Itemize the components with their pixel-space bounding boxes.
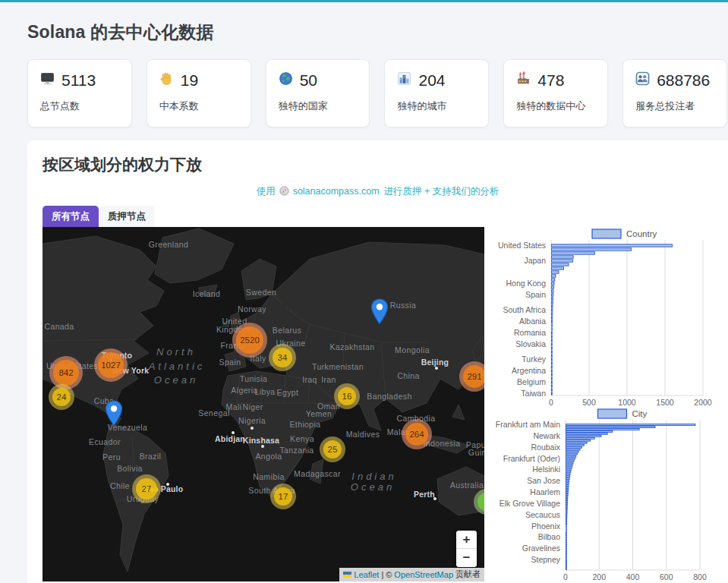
svg-text:Phoenix: Phoenix	[531, 522, 561, 531]
osm-contributors: 贡献者	[455, 569, 481, 580]
osm-link[interactable]: OpenStreetMap	[394, 570, 453, 579]
stats-row: 5113 总节点数 19 中本系数 50 独特的国家 204 独特的城市	[27, 59, 727, 128]
stat-label: 独特的城市	[397, 99, 476, 113]
map-cluster[interactable]: 17	[270, 484, 296, 509]
cluster-count: 264	[405, 423, 428, 446]
bar-chart-country: 0500100015002000United StatesJapanHong K…	[492, 227, 721, 407]
svg-text:Japan: Japan	[524, 256, 546, 265]
svg-text:0: 0	[563, 572, 568, 581]
svg-text:Elk Grove Village: Elk Grove Village	[500, 499, 561, 508]
tab-staked-nodes[interactable]: 质押节点	[99, 206, 155, 227]
bar-chart-city: 0200400600800Frankfurt am MainNewarkRoub…	[492, 407, 721, 581]
compass-icon	[279, 188, 289, 198]
map-marker-pin[interactable]	[371, 298, 389, 328]
map-city-dot	[433, 497, 436, 500]
stake-link-suffix: 进行质押 + 支持我们的分析	[384, 186, 500, 197]
svg-text:Stepney: Stepney	[531, 555, 560, 564]
stat-label: 总节点数	[40, 99, 119, 113]
map-city-dot	[435, 367, 438, 370]
svg-text:Roubaix: Roubaix	[531, 443, 560, 452]
stat-label: 服务总投注者	[635, 99, 714, 113]
svg-text:Newark: Newark	[533, 431, 560, 440]
map-cluster[interactable]: 27	[132, 474, 161, 503]
people-icon	[635, 71, 650, 90]
page-title: Solana 的去中心化数据	[27, 20, 728, 44]
stat-card-cities: 204 独特的城市	[384, 59, 489, 128]
map-cluster[interactable]: 25	[320, 436, 345, 462]
svg-text:Bilbao: Bilbao	[538, 532, 560, 541]
svg-text:Belgium: Belgium	[517, 377, 546, 386]
distribution-charts: 0500100015002000United StatesJapanHong K…	[492, 227, 721, 581]
stake-link-row: 使用solanacompass.com进行质押 + 支持我们的分析	[43, 185, 713, 198]
svg-text:800: 800	[693, 572, 707, 581]
svg-text:Country: Country	[626, 229, 657, 238]
hand-icon	[159, 71, 174, 90]
map-cluster[interactable]: 291	[459, 361, 484, 392]
section-title: 按区域划分的权力下放	[43, 154, 728, 175]
map-city-dot	[232, 431, 235, 434]
svg-text:600: 600	[660, 572, 673, 581]
stat-value: 688786	[657, 71, 710, 90]
world-map[interactable]: + − Leaflet | © OpenStreetMap 贡献者 NorthA…	[43, 227, 484, 581]
map-tabs: 所有节点 质押节点	[43, 206, 728, 227]
map-cluster[interactable]: 1027	[94, 348, 128, 382]
stat-value: 19	[181, 71, 198, 90]
svg-text:Secaucus: Secaucus	[525, 510, 560, 519]
svg-text:South Africa: South Africa	[503, 305, 546, 314]
cluster-count	[477, 493, 484, 511]
cluster-count: 842	[53, 360, 79, 386]
svg-text:500: 500	[582, 398, 596, 407]
stat-card-total-nodes: 5113 总节点数	[27, 59, 132, 128]
map-zoom-control: + −	[456, 531, 477, 567]
svg-text:City: City	[632, 409, 648, 418]
map-cluster[interactable]: 264	[402, 419, 432, 449]
tab-all-nodes[interactable]: 所有节点	[43, 206, 99, 227]
svg-text:1500: 1500	[656, 398, 674, 407]
stat-card-datacenters: 478 独特的数据中心	[503, 59, 608, 128]
map-cluster[interactable]: 24	[49, 384, 74, 410]
svg-text:2000: 2000	[694, 398, 712, 407]
leaflet-link[interactable]: Leaflet	[354, 570, 379, 579]
map-attribution: Leaflet | © OpenStreetMap 贡献者	[339, 568, 484, 581]
svg-text:Albania: Albania	[519, 317, 546, 326]
svg-text:Romania: Romania	[514, 328, 546, 337]
cluster-count: 1027	[98, 352, 124, 378]
cityscape-icon	[397, 71, 411, 90]
svg-text:Turkey: Turkey	[522, 355, 546, 364]
svg-text:200: 200	[592, 572, 606, 581]
attribution-separator: |	[381, 570, 383, 579]
stat-value: 204	[418, 71, 445, 90]
cluster-count: 25	[323, 440, 342, 459]
solanacompass-link[interactable]: solanacompass.com	[293, 186, 380, 197]
svg-text:Haarlem: Haarlem	[530, 487, 560, 496]
zoom-out-button[interactable]: −	[456, 549, 477, 567]
copyright-symbol: ©	[386, 570, 392, 579]
svg-text:Helsinki: Helsinki	[532, 465, 560, 474]
zoom-in-button[interactable]: +	[456, 531, 477, 549]
factory-icon	[516, 71, 531, 90]
ukraine-flag-icon	[343, 570, 351, 579]
map-cluster[interactable]: 16	[334, 383, 360, 409]
stat-card-nakamoto: 19 中本系数	[147, 59, 251, 128]
map-city-dot	[166, 483, 169, 486]
map-cluster[interactable]: 34	[269, 344, 296, 371]
cluster-count: 291	[463, 365, 484, 388]
stat-label: 独特的国家	[279, 99, 358, 113]
stat-card-stakers: 688786 服务总投注者	[622, 59, 727, 128]
cluster-count: 24	[52, 388, 71, 406]
decentralization-card: 按区域划分的权力下放 使用solanacompass.com进行质押 + 支持我…	[27, 140, 728, 583]
svg-text:Taiwan: Taiwan	[521, 389, 546, 398]
map-cluster[interactable]: 2520	[232, 323, 267, 358]
cluster-count: 17	[274, 487, 292, 506]
globe-icon	[279, 71, 293, 90]
svg-text:Hong Kong: Hong Kong	[506, 279, 546, 288]
stat-card-countries: 50 独特的国家	[266, 59, 370, 128]
cluster-count: 2520	[236, 326, 263, 354]
svg-text:Gravelines: Gravelines	[522, 544, 560, 553]
stat-value: 478	[537, 71, 564, 90]
map-marker-pin[interactable]	[106, 400, 123, 430]
svg-text:Spain: Spain	[525, 290, 546, 299]
stake-link-prefix: 使用	[257, 186, 276, 197]
map-city-dot	[261, 445, 264, 448]
monitor-icon	[40, 71, 55, 90]
